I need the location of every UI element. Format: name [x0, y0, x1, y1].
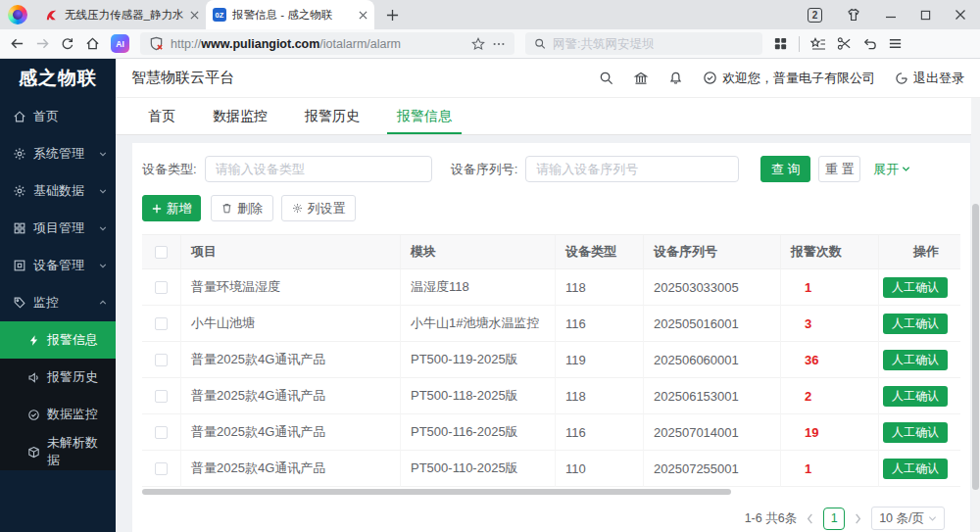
ai-assistant-button[interactable]: AI	[111, 34, 129, 53]
horizontal-scrollbar[interactable]	[142, 488, 960, 496]
back-button[interactable]	[10, 36, 24, 51]
table-row: 普量2025款4G通讯产品PT500-116-2025版116202507014…	[142, 414, 960, 451]
expand-link[interactable]: 展开	[873, 161, 910, 178]
browser-search-box[interactable]	[525, 32, 762, 55]
cell-project: 普量2025款4G通讯产品	[181, 342, 401, 378]
window-controls: 2	[808, 7, 980, 23]
row-checkbox[interactable]	[155, 462, 168, 475]
minimize-button[interactable]	[885, 9, 897, 21]
sidebar-item-alarm-history[interactable]: 报警历史	[0, 359, 116, 396]
menu-icon[interactable]	[888, 36, 903, 51]
row-checkbox[interactable]	[155, 390, 168, 403]
tab-close-icon[interactable]	[359, 11, 368, 20]
prev-page-button[interactable]	[806, 513, 814, 524]
close-window-button[interactable]	[955, 9, 966, 21]
cell-serial: 202506060001	[644, 342, 781, 378]
vertical-scrollbar-thumb[interactable]	[972, 204, 979, 490]
chevron-down-icon	[928, 514, 937, 523]
logout-button[interactable]: 退出登录	[895, 70, 964, 87]
sidebar-item-base-data[interactable]: 基础数据	[0, 172, 116, 210]
column-header-module: 模块	[401, 235, 556, 269]
bank-icon[interactable]	[633, 71, 649, 86]
tab-title: 无线压力传感器_静力水准仪_	[65, 8, 184, 23]
power-icon	[895, 72, 908, 85]
sidebar-item-unparsed-data[interactable]: 未解析数据	[0, 433, 116, 470]
sidebar-item-alarm-info[interactable]: 报警信息	[0, 321, 116, 359]
reload-button[interactable]	[61, 37, 74, 51]
maximize-button[interactable]	[920, 10, 931, 21]
cell-module: 温湿度118	[401, 269, 556, 306]
sidebar-item-label: 报警信息	[47, 331, 98, 349]
tab-counter-badge[interactable]: 2	[808, 8, 822, 23]
tab-close-icon[interactable]	[190, 11, 199, 20]
device-type-input[interactable]	[205, 156, 432, 182]
row-checkbox[interactable]	[155, 354, 168, 366]
speaker-icon	[27, 371, 40, 384]
serial-input[interactable]	[525, 156, 739, 182]
alarm-card: 设备类型: 设备序列号: 查 询 重 置 展开 新增	[132, 143, 970, 532]
page-size-select[interactable]: 10 条/页	[871, 507, 945, 530]
tab2-favicon-icon: 0Z	[213, 8, 226, 22]
row-checkbox[interactable]	[155, 426, 168, 439]
browser-tab-inactive[interactable]: 无线压力传感器_静力水准仪_	[37, 0, 206, 29]
current-page-button[interactable]: 1	[823, 508, 845, 530]
sidebar-item-system[interactable]: 系统管理	[0, 135, 116, 172]
home-button[interactable]	[85, 36, 100, 51]
manual-confirm-button[interactable]: 人工确认	[883, 314, 948, 334]
tab-home[interactable]: 首页	[129, 98, 194, 134]
column-settings-button[interactable]: 列设置	[281, 195, 356, 221]
tile-view-icon[interactable]	[773, 36, 788, 51]
sidebar-item-projects[interactable]: 项目管理	[0, 210, 116, 247]
firefox-logo-icon[interactable]	[8, 5, 27, 24]
sidebar-item-data-monitor[interactable]: 数据监控	[0, 396, 116, 433]
manual-confirm-button[interactable]: 人工确认	[883, 422, 948, 443]
user-welcome[interactable]: 欢迎您，普量电子有限公司	[703, 70, 875, 87]
next-page-button[interactable]	[854, 513, 862, 524]
page-title: 智慧物联云平台	[131, 69, 234, 87]
chevron-down-icon	[99, 150, 107, 158]
select-all-checkbox[interactable]	[155, 246, 168, 259]
tab-data-monitor[interactable]: 数据监控	[194, 98, 286, 134]
sidebar-item-monitoring[interactable]: 监控	[0, 284, 116, 321]
browser-search-input[interactable]	[553, 37, 754, 51]
more-options-icon[interactable]	[492, 37, 506, 51]
sidebar-item-home[interactable]: 首页	[0, 98, 116, 135]
scissors-icon[interactable]	[837, 36, 852, 51]
tab-alarm-history[interactable]: 报警历史	[286, 98, 378, 134]
cell-alarm-count: 19	[781, 414, 879, 451]
wardrobe-icon[interactable]	[846, 7, 861, 23]
bookmarks-list-icon[interactable]	[810, 36, 826, 52]
horizontal-scrollbar-thumb[interactable]	[142, 489, 731, 495]
insecure-shield-icon[interactable]	[149, 36, 164, 51]
search-icon[interactable]	[599, 71, 613, 85]
cell-serial: 202507255001	[644, 451, 781, 487]
undo-icon[interactable]	[862, 36, 877, 51]
manual-confirm-button[interactable]: 人工确认	[883, 350, 948, 370]
bookmark-star-icon[interactable]	[471, 37, 485, 51]
sidebar-item-devices[interactable]: 设备管理	[0, 247, 116, 284]
trash-icon	[221, 203, 232, 214]
row-checkbox[interactable]	[155, 281, 168, 294]
add-button[interactable]: 新增	[142, 195, 201, 221]
manual-confirm-button[interactable]: 人工确认	[883, 277, 948, 298]
browser-tab-active[interactable]: 0Z 报警信息 - 感之物联	[206, 0, 374, 29]
new-tab-button[interactable]	[386, 9, 399, 22]
bell-icon[interactable]	[668, 71, 683, 85]
tab-alarm-info[interactable]: 报警信息	[378, 98, 470, 134]
select-all-cell	[142, 235, 181, 269]
forward-button[interactable]	[35, 36, 50, 51]
welcome-text: 欢迎您，普量电子有限公司	[722, 70, 875, 87]
row-checkbox[interactable]	[155, 317, 168, 330]
manual-confirm-button[interactable]: 人工确认	[883, 386, 948, 407]
cell-serial: 202507014001	[644, 414, 781, 451]
cell-serial: 202506153001	[644, 378, 781, 414]
query-button[interactable]: 查 询	[760, 156, 810, 182]
serial-label: 设备序列号:	[451, 161, 518, 178]
cell-device-type: 118	[556, 378, 644, 414]
delete-button[interactable]: 删除	[211, 195, 273, 221]
manual-confirm-button[interactable]: 人工确认	[883, 459, 948, 479]
address-bar[interactable]: http://www.puliangiot.com/iotalarm/alarm	[140, 32, 514, 55]
cell-actions: 人工确认	[879, 414, 960, 451]
vertical-scrollbar[interactable]	[971, 98, 980, 532]
reset-button[interactable]: 重 置	[818, 156, 860, 182]
